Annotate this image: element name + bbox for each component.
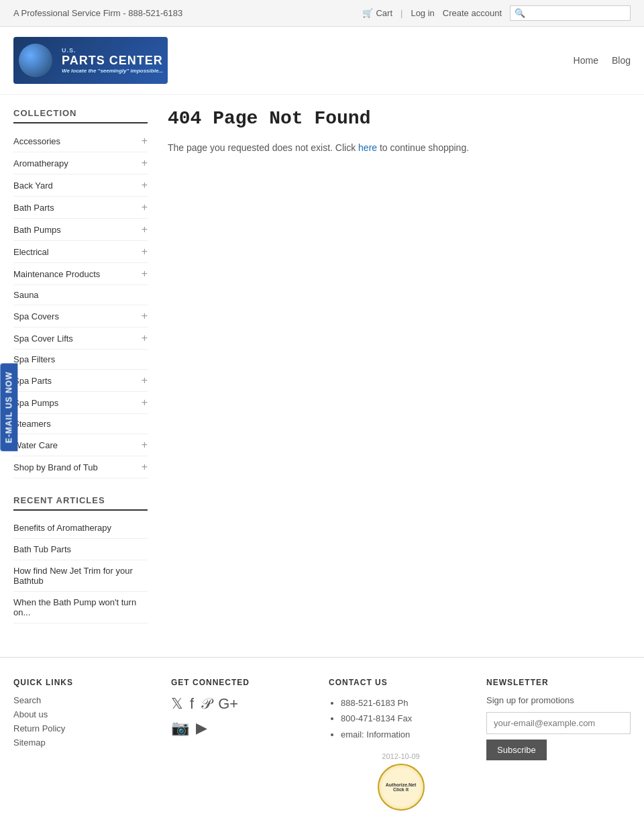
- sidebar-item-electrical[interactable]: Electrical +: [13, 241, 148, 263]
- sidebar-item-bath-pumps[interactable]: Bath Pumps +: [13, 219, 148, 241]
- footer-return-policy[interactable]: Return Policy: [13, 723, 158, 733]
- expand-icon-accessories: +: [142, 135, 148, 147]
- expand-icon-bath-parts: +: [142, 201, 148, 213]
- authorize-text: Authorize.NetClick It: [386, 782, 417, 792]
- sidebar-item-aromatherapy[interactable]: Aromatherapy +: [13, 152, 148, 174]
- logo-globe: [19, 44, 52, 77]
- not-found-message: The page you requested does not exist. C…: [168, 142, 631, 153]
- logo: U.S. PARTS CENTER We locate the "seeming…: [13, 37, 168, 84]
- recent-articles-title: RECENT ARTICLES: [13, 495, 148, 511]
- contact-fax: 800-471-8134 Fax: [341, 711, 473, 726]
- sidebar-item-spa-parts[interactable]: Spa Parts +: [13, 370, 148, 392]
- divider: |: [400, 8, 402, 18]
- sidebar-item-steamers[interactable]: Steamers: [13, 414, 148, 434]
- article-link-4[interactable]: When the Bath Pump won't turn on...: [13, 592, 148, 623]
- sidebar-item-sauna[interactable]: Sauna: [13, 285, 148, 305]
- logo-text: U.S. PARTS CENTER We locate the "seeming…: [62, 47, 163, 74]
- newsletter-text: Sign up for promotions: [486, 695, 631, 705]
- expand-icon-backyard: +: [142, 179, 148, 191]
- pinterest-icon[interactable]: 𝒫: [201, 695, 211, 713]
- create-account-link[interactable]: Create account: [443, 8, 502, 18]
- footer-quick-links: QUICK LINKS Search About us Return Polic…: [13, 678, 158, 814]
- sidebar-item-shop-by-brand[interactable]: Shop by Brand of Tub +: [13, 456, 148, 478]
- youtube-icon[interactable]: ▶: [196, 719, 207, 737]
- footer-newsletter: NEWSLETTER Sign up for promotions Subscr…: [486, 678, 631, 814]
- twitter-icon[interactable]: 𝕏: [171, 695, 183, 713]
- facebook-icon[interactable]: f: [190, 695, 194, 713]
- email-tab-label: E-MAIL US NOW: [4, 371, 13, 443]
- contact-title: CONTACT US: [329, 678, 473, 687]
- logo-sub: We locate the "seemingly" impossible...: [62, 68, 163, 74]
- login-link[interactable]: Log in: [411, 8, 434, 18]
- contact-email: email: Information: [341, 727, 473, 742]
- top-bar-right: 🛒 Cart | Log in Create account 🔍: [362, 5, 631, 21]
- expand-icon-maintenance: +: [142, 268, 148, 280]
- nav-home[interactable]: Home: [574, 55, 598, 66]
- search-button[interactable]: 🔍: [515, 8, 525, 18]
- newsletter-input[interactable]: [486, 712, 631, 734]
- page-title: 404 Page Not Found: [168, 108, 631, 129]
- here-link[interactable]: here: [358, 142, 377, 153]
- expand-icon-spa-pumps: +: [142, 397, 148, 409]
- main-layout: COLLECTION Accessories + Aromatherapy + …: [0, 95, 644, 637]
- googleplus-icon[interactable]: G+: [218, 695, 238, 713]
- footer-contact: CONTACT US 888-521-6183 Ph 800-471-8134 …: [329, 678, 473, 814]
- tagline: A Professional Service Firm - 888-521-61…: [13, 8, 182, 18]
- sidebar-item-spa-filters[interactable]: Spa Filters: [13, 350, 148, 370]
- expand-icon-electrical: +: [142, 246, 148, 258]
- footer-grid: QUICK LINKS Search About us Return Polic…: [13, 678, 631, 814]
- expand-icon-spa-parts: +: [142, 374, 148, 387]
- expand-icon-water-care: +: [142, 439, 148, 451]
- sidebar-item-backyard[interactable]: Back Yard +: [13, 174, 148, 197]
- get-connected-title: GET CONNECTED: [171, 678, 315, 687]
- cart-label: Cart: [376, 8, 392, 18]
- email-tab[interactable]: E-MAIL US NOW: [0, 363, 17, 451]
- footer: QUICK LINKS Search About us Return Polic…: [0, 657, 644, 814]
- sidebar-item-accessories[interactable]: Accessories +: [13, 130, 148, 152]
- collection-title: COLLECTION: [13, 108, 148, 123]
- cart-link[interactable]: 🛒 Cart: [362, 8, 392, 18]
- search-input[interactable]: [525, 8, 626, 18]
- expand-icon-spa-cover-lifts: +: [142, 332, 148, 344]
- contact-phone: 888-521-6183 Ph: [341, 695, 473, 711]
- footer-sitemap[interactable]: Sitemap: [13, 737, 158, 748]
- sidebar-item-spa-pumps[interactable]: Spa Pumps +: [13, 392, 148, 414]
- sidebar-item-maintenance[interactable]: Maintenance Products +: [13, 263, 148, 285]
- subscribe-button[interactable]: Subscribe: [486, 740, 547, 760]
- sidebar-item-spa-covers[interactable]: Spa Covers +: [13, 305, 148, 327]
- authorize-date: 2012-10-09: [329, 752, 473, 760]
- article-link-1[interactable]: Benefits of Aromatherapy: [13, 517, 148, 539]
- message-part1: The page you requested does not exist. C…: [168, 142, 358, 153]
- logo-area[interactable]: U.S. PARTS CENTER We locate the "seeming…: [13, 37, 168, 84]
- sidebar: COLLECTION Accessories + Aromatherapy + …: [13, 108, 148, 623]
- instagram-icon[interactable]: 📷: [171, 719, 189, 737]
- expand-icon-spa-covers: +: [142, 310, 148, 322]
- main-content: 404 Page Not Found The page you requeste…: [168, 108, 631, 623]
- top-bar: A Professional Service Firm - 888-521-61…: [0, 0, 644, 27]
- search-box: 🔍: [510, 5, 631, 21]
- logo-main: PARTS CENTER: [62, 54, 163, 68]
- header-nav: Home Blog: [574, 55, 631, 66]
- contact-list: 888-521-6183 Ph 800-471-8134 Fax email: …: [329, 695, 473, 742]
- authorize-area: 2012-10-09 Authorize.NetClick It Accept …: [329, 752, 473, 814]
- authorize-badge[interactable]: Authorize.NetClick It: [378, 764, 425, 811]
- message-part2: to continue shopping.: [377, 142, 469, 153]
- expand-icon-aromatherapy: +: [142, 157, 148, 169]
- sidebar-item-bath-parts[interactable]: Bath Parts +: [13, 197, 148, 219]
- newsletter-title: NEWSLETTER: [486, 678, 631, 687]
- expand-icon-bath-pumps: +: [142, 223, 148, 236]
- article-link-2[interactable]: Bath Tub Parts: [13, 539, 148, 560]
- expand-icon-shop-by-brand: +: [142, 461, 148, 473]
- social-icons: 𝕏 f 𝒫 G+: [171, 695, 315, 713]
- social-row2: 📷 ▶: [171, 719, 315, 737]
- nav-blog[interactable]: Blog: [612, 55, 631, 66]
- quick-links-title: QUICK LINKS: [13, 678, 158, 687]
- article-link-3[interactable]: How find New Jet Trim for your Bathtub: [13, 560, 148, 592]
- footer-about[interactable]: About us: [13, 709, 158, 719]
- header: U.S. PARTS CENTER We locate the "seeming…: [0, 27, 644, 95]
- logo-brand: U.S.: [62, 47, 163, 54]
- footer-search[interactable]: Search: [13, 695, 158, 705]
- sidebar-item-water-care[interactable]: Water Care +: [13, 434, 148, 456]
- footer-get-connected: GET CONNECTED 𝕏 f 𝒫 G+ 📷 ▶: [171, 678, 315, 814]
- sidebar-item-spa-cover-lifts[interactable]: Spa Cover Lifts +: [13, 327, 148, 350]
